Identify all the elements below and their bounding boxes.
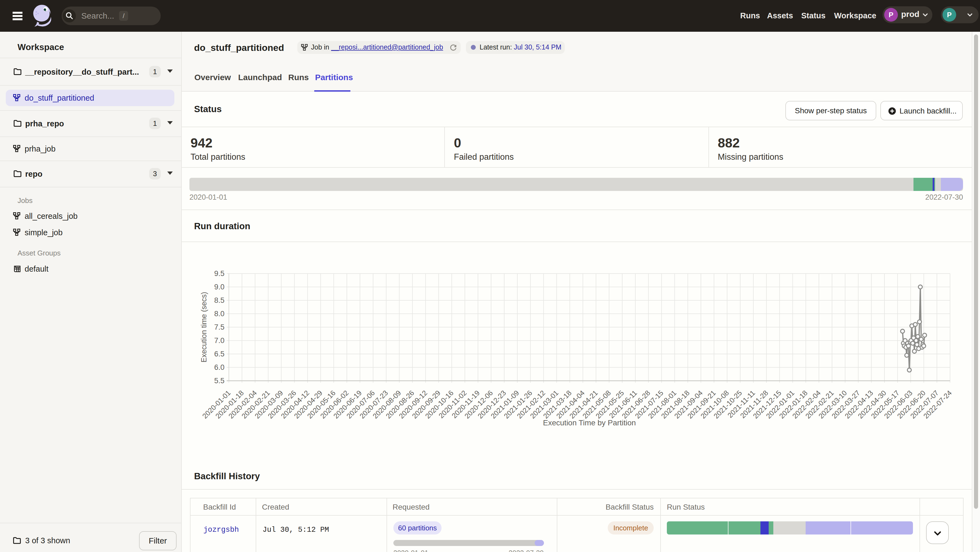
svg-text:7.5: 7.5	[214, 323, 224, 331]
svg-text:9.0: 9.0	[214, 283, 224, 291]
svg-text:Execution time (secs): Execution time (secs)	[200, 292, 208, 362]
svg-text:7.0: 7.0	[214, 336, 224, 345]
svg-text:8.0: 8.0	[214, 310, 224, 318]
svg-text:Execution Time by Partition: Execution Time by Partition	[543, 419, 636, 427]
svg-text:9.5: 9.5	[214, 270, 224, 278]
svg-text:6.5: 6.5	[214, 350, 224, 358]
svg-text:5.5: 5.5	[214, 377, 224, 385]
svg-text:8.5: 8.5	[214, 296, 224, 305]
svg-text:6.0: 6.0	[214, 363, 224, 371]
